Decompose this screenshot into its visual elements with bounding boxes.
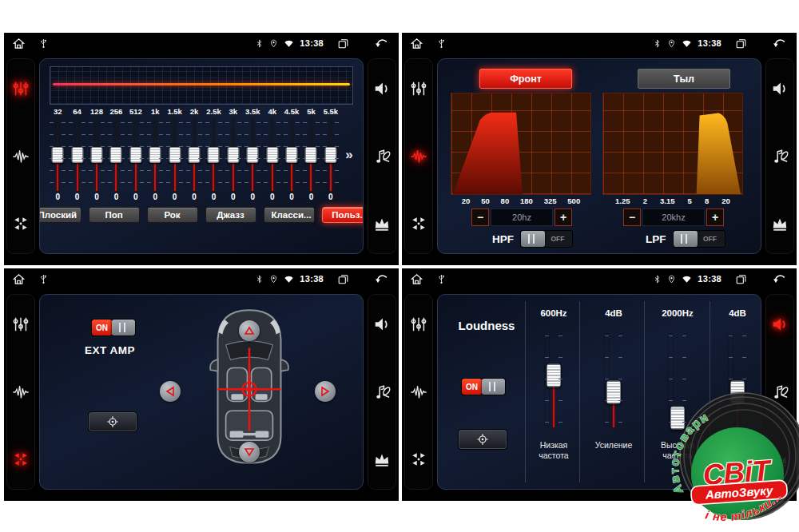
band-slider[interactable] <box>605 333 622 427</box>
eq-band-slider[interactable] <box>204 118 223 192</box>
fader-rear-button[interactable] <box>239 442 260 463</box>
preset-jazz-button[interactable]: Джазз <box>205 207 256 223</box>
volume-tab-icon[interactable] <box>373 80 391 97</box>
sound-effects-tab-icon[interactable] <box>373 147 392 165</box>
slider-handle[interactable] <box>71 147 83 163</box>
balance-tab-icon[interactable] <box>410 451 427 468</box>
toggle-knob[interactable] <box>521 231 545 247</box>
effects-tab-icon[interactable] <box>409 383 428 401</box>
effects-tab-icon[interactable] <box>11 148 30 165</box>
rear-channel-button[interactable]: Тыл <box>638 69 730 89</box>
lpf-plus-button[interactable]: + <box>706 208 724 226</box>
loudness-toggle[interactable]: ON <box>461 378 506 395</box>
slider-handle[interactable] <box>606 381 621 404</box>
ext-amp-toggle[interactable]: ON <box>91 319 136 336</box>
preset-rock-button[interactable]: Рок <box>147 207 198 223</box>
balance-tab-icon[interactable] <box>410 215 427 232</box>
eq-band-slider[interactable] <box>224 118 243 192</box>
recents-icon[interactable] <box>735 273 747 285</box>
slider-handle[interactable] <box>110 147 122 163</box>
slider-handle[interactable] <box>547 364 561 387</box>
eq-band-slider[interactable] <box>106 118 125 192</box>
crown-tab-icon[interactable] <box>771 451 789 468</box>
effects-tab-icon[interactable] <box>11 383 30 401</box>
front-channel-button[interactable]: Фронт <box>479 69 572 89</box>
preset-classic-button[interactable]: Класси... <box>264 207 315 223</box>
more-bands-chevron[interactable]: » <box>340 118 358 192</box>
preset-pop-button[interactable]: Поп <box>89 207 140 223</box>
sound-effects-tab-icon[interactable] <box>771 147 789 165</box>
equalizer-tab-icon[interactable] <box>410 80 427 97</box>
equalizer-tab-icon[interactable] <box>410 316 427 333</box>
sound-effects-tab-icon[interactable] <box>373 383 392 401</box>
slider-handle[interactable] <box>169 147 181 163</box>
effects-tab-icon[interactable] <box>409 148 428 165</box>
slider-handle[interactable] <box>149 147 161 163</box>
eq-band-slider[interactable] <box>67 118 86 192</box>
slider-handle[interactable] <box>52 147 64 163</box>
back-icon[interactable] <box>374 37 389 50</box>
slider-handle[interactable] <box>247 147 259 163</box>
band-slider[interactable] <box>729 333 746 427</box>
toggle-knob[interactable] <box>482 379 505 395</box>
eq-band-slider[interactable] <box>126 118 145 192</box>
eq-band-slider[interactable] <box>262 118 281 192</box>
hpf-toggle[interactable]: OFF <box>520 230 573 248</box>
back-icon[interactable] <box>772 272 787 286</box>
equalizer-tab-icon[interactable] <box>12 316 30 333</box>
lpf-toggle[interactable]: OFF <box>673 230 725 248</box>
fader-front-button[interactable] <box>239 320 260 341</box>
band-slider[interactable] <box>669 333 686 427</box>
loudness-reset-button[interactable] <box>458 429 507 450</box>
eq-band-slider[interactable] <box>87 118 106 192</box>
home-icon[interactable] <box>12 272 26 286</box>
slider-handle[interactable] <box>227 147 239 163</box>
eq-band-slider[interactable] <box>243 118 262 192</box>
balance-tab-icon[interactable] <box>12 451 30 468</box>
balance-tab-icon[interactable] <box>12 215 30 232</box>
crown-tab-icon[interactable] <box>373 451 391 468</box>
crown-tab-icon[interactable] <box>771 215 789 232</box>
toggle-knob[interactable] <box>674 231 698 247</box>
equalizer-tab-icon[interactable] <box>12 80 30 97</box>
eq-band-slider[interactable] <box>48 118 67 192</box>
back-icon[interactable] <box>374 272 389 286</box>
volume-tab-icon[interactable] <box>771 80 789 97</box>
preset-user-button[interactable]: Польз. <box>322 207 364 223</box>
sound-effects-tab-icon[interactable] <box>771 383 789 401</box>
crown-tab-icon[interactable] <box>373 215 391 232</box>
center-reset-button[interactable] <box>88 411 137 432</box>
recents-icon[interactable] <box>337 38 349 50</box>
recents-icon[interactable] <box>337 273 349 285</box>
band-slider[interactable] <box>545 333 562 427</box>
balance-right-button[interactable] <box>315 381 336 402</box>
slider-handle[interactable] <box>91 147 103 163</box>
home-icon[interactable] <box>12 37 26 50</box>
slider-handle[interactable] <box>129 147 141 163</box>
eq-band-slider[interactable] <box>301 118 320 192</box>
back-icon[interactable] <box>772 37 787 50</box>
slider-handle[interactable] <box>286 147 298 163</box>
slider-handle[interactable] <box>670 407 685 430</box>
eq-band-slider[interactable] <box>185 118 204 192</box>
home-icon[interactable] <box>410 37 423 50</box>
toggle-knob[interactable] <box>112 320 135 335</box>
hpf-minus-button[interactable]: − <box>471 208 489 226</box>
eq-band-slider[interactable] <box>282 118 301 192</box>
slider-handle[interactable] <box>305 147 317 163</box>
slider-handle[interactable] <box>266 147 278 163</box>
slider-handle[interactable] <box>208 147 220 163</box>
slider-handle[interactable] <box>324 147 336 163</box>
eq-band-slider[interactable] <box>165 118 184 192</box>
balance-left-button[interactable] <box>160 381 181 402</box>
preset-flat-button[interactable]: Плоский <box>39 207 81 223</box>
home-icon[interactable] <box>410 272 423 286</box>
volume-tab-icon[interactable] <box>771 316 789 333</box>
lpf-minus-button[interactable]: − <box>623 208 641 226</box>
volume-tab-icon[interactable] <box>373 316 391 333</box>
slider-handle[interactable] <box>730 381 745 404</box>
eq-band-slider[interactable] <box>321 118 340 192</box>
hpf-plus-button[interactable]: + <box>555 208 572 226</box>
slider-handle[interactable] <box>189 147 201 163</box>
eq-band-slider[interactable] <box>145 118 165 192</box>
